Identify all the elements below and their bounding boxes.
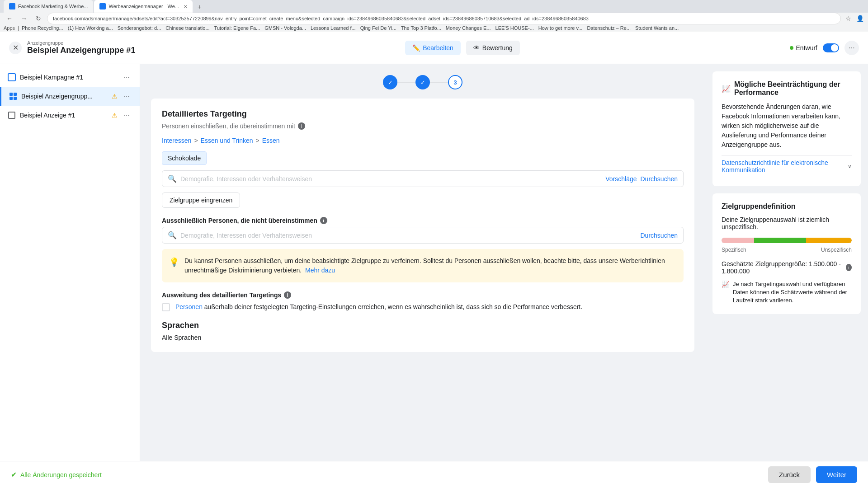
narrow-audience-button[interactable]: Zielgruppe eingrenzen	[162, 192, 240, 208]
bookmark-13[interactable]: Datenschutz – Re...	[587, 25, 631, 31]
bookmark-3[interactable]: Sonderangebot: d...	[118, 25, 161, 31]
expansion-text-content: Personen außerhalb deiner festgelegten T…	[175, 302, 582, 312]
exclusion-section: Ausschließlich Personen, die nicht übere…	[162, 217, 684, 244]
ad-more-icon[interactable]: ···	[121, 110, 132, 120]
bookmark-12[interactable]: How to get more v...	[538, 25, 583, 31]
address-bar[interactable]: facebook.com/adsmanager/manage/adsets/ed…	[47, 13, 841, 24]
audience-size-text: Geschätzte Zielgruppengröße: 1.500.000 -…	[722, 260, 843, 275]
adgroup-warning-icon: ⚠	[112, 93, 118, 100]
bookmark-11[interactable]: LEE'S HOUSE-...	[495, 25, 534, 31]
languages-value: Alle Sprachen	[162, 334, 684, 341]
sidebar-item-ad[interactable]: Beispiel Anzeige #1 ⚠ ···	[0, 106, 140, 125]
expansion-info-icon[interactable]: i	[284, 291, 291, 299]
pencil-icon: ✏️	[412, 44, 420, 52]
bookmark-9[interactable]: The Top 3 Platfo...	[401, 25, 441, 31]
info-box: 💡 Du kannst Personen ausschließen, um de…	[162, 249, 684, 282]
bookmark-10[interactable]: Money Changes E...	[446, 25, 491, 31]
browser-chrome: Facebook Marketing & Werbe... Werbeanzei…	[0, 0, 868, 32]
audience-bar-yellow	[806, 238, 852, 243]
search-input[interactable]	[180, 175, 602, 183]
sidebar-item-campaign[interactable]: Beispiel Kampagne #1 ···	[0, 68, 140, 87]
audience-size-info-icon[interactable]: i	[846, 264, 852, 271]
main-content: ✓ ✓ 3 Detailliertes Targeting Personen e…	[140, 64, 705, 461]
bookmark-2[interactable]: (1) How Working a...	[68, 25, 113, 31]
bookmarks-bar: Apps | Phone Recycling... (1) How Workin…	[0, 24, 868, 32]
top-header: ✕ Anzeigengruppe Beispiel Anzeigengruppe…	[0, 32, 868, 64]
browser-tab-2[interactable]: Werbeanzeigenmanager - We... ✕	[94, 0, 193, 13]
exclusion-browse-button[interactable]: Durchsuchen	[641, 232, 678, 239]
campaign-more-icon[interactable]: ···	[121, 72, 132, 82]
breadcrumb-essen[interactable]: Essen	[262, 137, 280, 144]
apps-bookmark[interactable]: Apps	[4, 25, 15, 31]
sidebar-item-adgroup-label: Beispiel Anzeigengrupp...	[21, 93, 108, 100]
bookmark-6[interactable]: GMSN - Vologda...	[264, 25, 306, 31]
adgroup-more-icon[interactable]: ···	[121, 91, 132, 101]
exclusion-search-box[interactable]: 🔍 Durchsuchen	[162, 227, 684, 244]
browser-tabs: Facebook Marketing & Werbe... Werbeanzei…	[0, 0, 868, 13]
expansion-text-rest: außerhalb deiner festgelegten Targeting-…	[204, 303, 582, 310]
app-container: ✕ Anzeigengruppe Beispiel Anzeigengruppe…	[0, 32, 868, 488]
edit-btn-label: Bearbeiten	[423, 44, 453, 52]
bookmark-star-icon[interactable]: ☆	[844, 14, 853, 23]
breadcrumb-interessen[interactable]: Interessen	[162, 137, 191, 144]
exclusion-search-icon: 🔍	[168, 231, 177, 239]
audience-note-text: Je nach Targetingauswahl und verfügbaren…	[733, 280, 852, 305]
reload-button[interactable]: ↻	[33, 13, 44, 24]
new-tab-button[interactable]: +	[193, 1, 205, 13]
include-label: Personen einschließen, die übereinstimme…	[162, 122, 295, 130]
expansion-checkbox[interactable]	[162, 303, 170, 311]
close-button[interactable]: ✕	[9, 42, 22, 54]
exclusion-label-text: Ausschließlich Personen, die nicht übere…	[162, 217, 317, 224]
browser-toolbar: ← → ↻ facebook.com/adsmanager/manage/ads…	[0, 13, 868, 24]
edit-button[interactable]: ✏️ Bearbeiten	[405, 41, 461, 55]
preview-btn-label: Bewertung	[482, 44, 513, 52]
forward-nav-button[interactable]: →	[18, 13, 30, 24]
include-info-icon[interactable]: i	[298, 122, 305, 130]
bookmark-1[interactable]: Phone Recycling...	[22, 25, 63, 31]
status-label: Entwurf	[796, 44, 817, 52]
profile-icon[interactable]: 👤	[855, 14, 864, 23]
sidebar-item-adgroup[interactable]: Beispiel Anzeigengrupp... ⚠ ···	[0, 87, 140, 106]
toggle-button[interactable]	[823, 43, 839, 52]
audience-note-icon: 📈	[722, 280, 729, 289]
audience-bar-green	[754, 238, 806, 243]
step-2: ✓	[415, 75, 430, 89]
tab-favicon-1	[9, 3, 15, 9]
exclusion-search-input[interactable]	[180, 232, 637, 239]
ad-icon	[7, 111, 16, 120]
browser-tab-1[interactable]: Facebook Marketing & Werbe...	[4, 0, 93, 13]
expansion-section: Ausweitung des detaillierten Targetings …	[162, 291, 684, 312]
browse-button[interactable]: Durchsuchen	[641, 175, 678, 183]
back-button[interactable]: Zurück	[768, 466, 811, 483]
bookmark-4[interactable]: Chinese translatio...	[165, 25, 209, 31]
right-panel: 📈 Mögliche Beeinträchtigung der Performa…	[705, 64, 868, 461]
preview-button[interactable]: 👁 Bewertung	[466, 41, 520, 55]
check-icon: ✔	[11, 470, 17, 479]
back-nav-button[interactable]: ←	[4, 13, 15, 24]
audience-bar-red	[722, 238, 754, 243]
content-row: Beispiel Kampagne #1 ··· Beispiel Anzeig…	[0, 64, 868, 461]
search-box[interactable]: 🔍 Vorschläge Durchsuchen	[162, 170, 684, 187]
next-button[interactable]: Weiter	[816, 466, 857, 483]
datenschutz-link[interactable]: Datenschutzrichtlinie für elektronische …	[722, 155, 852, 177]
bookmark-14[interactable]: Student Wants an...	[635, 25, 679, 31]
suggestions-button[interactable]: Vorschläge	[605, 175, 637, 183]
sidebar-item-campaign-label: Beispiel Kampagne #1	[20, 74, 118, 81]
audience-bar-labels: Spezifisch Unspezifisch	[722, 247, 852, 253]
tab-close-icon[interactable]: ✕	[184, 4, 187, 9]
audience-label-left: Spezifisch	[722, 247, 746, 253]
step-3: 3	[448, 75, 462, 89]
info-box-text: Du kannst Personen ausschließen, um dein…	[184, 256, 676, 275]
more-options-button[interactable]: ···	[844, 41, 859, 55]
bookmark-8[interactable]: Qing Fei De Yi...	[360, 25, 396, 31]
info-box-link[interactable]: Mehr dazu	[305, 267, 335, 274]
audience-card-desc: Deine Zielgruppenauswahl ist ziemlich un…	[722, 216, 852, 230]
exclusion-info-icon[interactable]: i	[320, 217, 327, 224]
expansion-persons-link[interactable]: Personen	[175, 303, 203, 310]
breadcrumb-essen-trinken[interactable]: Essen und Trinken	[201, 137, 253, 144]
footer: ✔ Alle Änderungen gespeichert Zurück Wei…	[0, 461, 868, 488]
section-subtitle: Personen einschließen, die übereinstimme…	[162, 122, 684, 130]
bookmark-5[interactable]: Tutorial: Eigene Fa...	[214, 25, 260, 31]
bookmark-7[interactable]: Lessons Learned f...	[311, 25, 356, 31]
performance-card-title: 📈 Mögliche Beeinträchtigung der Performa…	[722, 80, 852, 97]
